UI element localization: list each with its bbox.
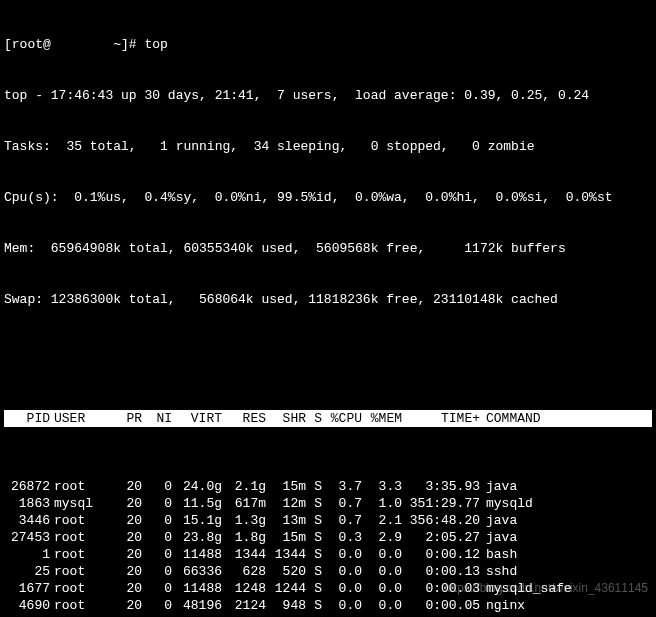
process-row: 25root20066336628520S0.00.00:00.13sshd <box>4 563 652 580</box>
cell-virt: 24.0g <box>172 478 222 495</box>
cell-user: root <box>50 546 108 563</box>
process-row: 1root2001148813441344S0.00.00:00.12bash <box>4 546 652 563</box>
cell-time: 0:00.13 <box>402 563 480 580</box>
cell-virt: 11488 <box>172 546 222 563</box>
cell-cpu: 0.7 <box>322 512 362 529</box>
cell-shr: 948 <box>266 597 306 614</box>
cell-shr: 1244 <box>266 580 306 597</box>
cell-s: S <box>306 495 322 512</box>
cell-s: S <box>306 597 322 614</box>
cell-cpu: 0.0 <box>322 563 362 580</box>
col-mem: %MEM <box>362 410 402 427</box>
process-row: 3446root20015.1g1.3g13mS0.72.1356:48.20j… <box>4 512 652 529</box>
cell-res: 628 <box>222 563 266 580</box>
cell-time: 0:00.03 <box>402 580 480 597</box>
top-summary-tasks: Tasks: 35 total, 1 running, 34 sleeping,… <box>4 138 652 155</box>
cell-virt: 23.8g <box>172 529 222 546</box>
cell-virt: 11.5g <box>172 495 222 512</box>
cell-res: 2124 <box>222 597 266 614</box>
col-res: RES <box>222 410 266 427</box>
cell-user: mysql <box>50 495 108 512</box>
cell-s: S <box>306 563 322 580</box>
cell-ni: 0 <box>142 546 172 563</box>
cell-shr: 1344 <box>266 546 306 563</box>
col-cmd: COMMAND <box>480 410 652 427</box>
terminal-output[interactable]: [root@ ~]# top top - 17:46:43 up 30 days… <box>0 0 656 617</box>
cell-s: S <box>306 546 322 563</box>
cell-virt: 48196 <box>172 597 222 614</box>
cell-cpu: 0.0 <box>322 546 362 563</box>
cell-res: 2.1g <box>222 478 266 495</box>
cell-mem: 0.0 <box>362 580 402 597</box>
cell-virt: 66336 <box>172 563 222 580</box>
cell-s: S <box>306 529 322 546</box>
cell-ni: 0 <box>142 495 172 512</box>
cell-shr: 13m <box>266 512 306 529</box>
process-row: 26872root20024.0g2.1g15mS3.73.33:35.93ja… <box>4 478 652 495</box>
cell-mem: 0.0 <box>362 563 402 580</box>
cell-cmd: mysqld <box>480 495 652 512</box>
cell-mem: 2.1 <box>362 512 402 529</box>
col-cpu: %CPU <box>322 410 362 427</box>
col-time: TIME+ <box>402 410 480 427</box>
process-table-body: 26872root20024.0g2.1g15mS3.73.33:35.93ja… <box>4 478 652 617</box>
cell-pr: 20 <box>108 597 142 614</box>
process-row: 1677root2001148812481244S0.00.00:00.03my… <box>4 580 652 597</box>
cell-pr: 20 <box>108 563 142 580</box>
blank-line <box>4 342 652 359</box>
cell-user: root <box>50 512 108 529</box>
cell-mem: 1.0 <box>362 495 402 512</box>
cell-cpu: 3.7 <box>322 478 362 495</box>
cell-time: 351:29.77 <box>402 495 480 512</box>
cell-time: 0:00.05 <box>402 597 480 614</box>
cell-shr: 12m <box>266 495 306 512</box>
cell-cmd: bash <box>480 546 652 563</box>
cell-user: root <box>50 563 108 580</box>
col-s: S <box>306 410 322 427</box>
cell-time: 3:35.93 <box>402 478 480 495</box>
cell-shr: 15m <box>266 478 306 495</box>
cell-pr: 20 <box>108 478 142 495</box>
cell-pid: 26872 <box>4 478 50 495</box>
cell-ni: 0 <box>142 597 172 614</box>
cell-pid: 1863 <box>4 495 50 512</box>
cell-time: 356:48.20 <box>402 512 480 529</box>
cell-res: 1.3g <box>222 512 266 529</box>
cell-s: S <box>306 580 322 597</box>
top-summary-mem: Mem: 65964908k total, 60355340k used, 56… <box>4 240 652 257</box>
cell-res: 1248 <box>222 580 266 597</box>
cell-mem: 0.0 <box>362 546 402 563</box>
process-row: 1863mysql20011.5g617m12mS0.71.0351:29.77… <box>4 495 652 512</box>
top-summary-time: top - 17:46:43 up 30 days, 21:41, 7 user… <box>4 87 652 104</box>
cell-ni: 0 <box>142 563 172 580</box>
cell-pid: 1677 <box>4 580 50 597</box>
col-pr: PR <box>108 410 142 427</box>
cell-virt: 15.1g <box>172 512 222 529</box>
cell-pid: 25 <box>4 563 50 580</box>
cell-cpu: 0.0 <box>322 580 362 597</box>
cell-cmd: java <box>480 478 652 495</box>
process-table-header: PID USER PR NI VIRT RES SHR S %CPU %MEM … <box>4 410 652 427</box>
cell-mem: 2.9 <box>362 529 402 546</box>
cell-user: root <box>50 478 108 495</box>
cell-cmd: nginx <box>480 597 652 614</box>
cell-time: 0:00.12 <box>402 546 480 563</box>
cell-ni: 0 <box>142 529 172 546</box>
cell-cmd: java <box>480 529 652 546</box>
cell-s: S <box>306 478 322 495</box>
cell-mem: 0.0 <box>362 597 402 614</box>
cell-res: 1344 <box>222 546 266 563</box>
top-summary-cpu: Cpu(s): 0.1%us, 0.4%sy, 0.0%ni, 99.5%id,… <box>4 189 652 206</box>
process-row: 4690root200481962124948S0.00.00:00.05ngi… <box>4 597 652 614</box>
cell-cpu: 0.0 <box>322 597 362 614</box>
process-row: 27453root20023.8g1.8g15mS0.32.92:05.27ja… <box>4 529 652 546</box>
cell-time: 2:05.27 <box>402 529 480 546</box>
cell-pid: 3446 <box>4 512 50 529</box>
cell-pr: 20 <box>108 529 142 546</box>
cell-cmd: mysqld_safe <box>480 580 652 597</box>
col-user: USER <box>50 410 108 427</box>
cell-virt: 11488 <box>172 580 222 597</box>
cell-user: root <box>50 580 108 597</box>
top-summary-swap: Swap: 12386300k total, 568064k used, 118… <box>4 291 652 308</box>
cell-cmd: java <box>480 512 652 529</box>
